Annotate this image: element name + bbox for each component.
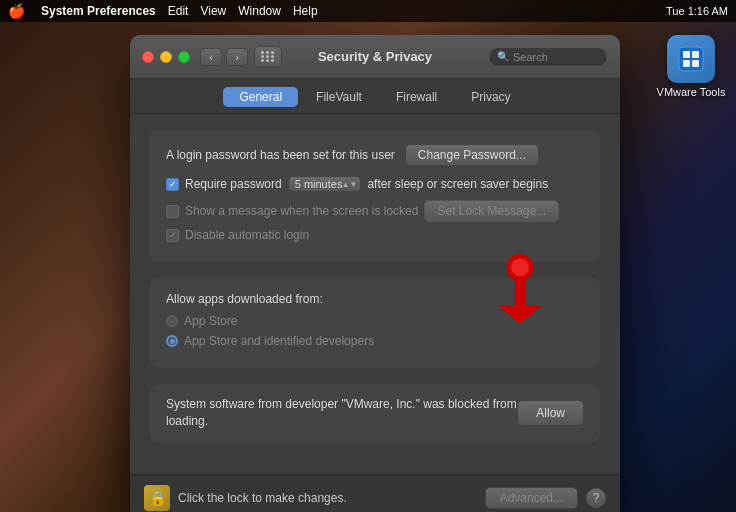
dropdown-arrow-icon: ▲▼ (342, 180, 358, 189)
password-notice-row: A login password has been set for this u… (166, 144, 584, 166)
allow-apps-title: Allow apps downloaded from: (166, 292, 584, 306)
app-store-identified-label: App Store and identified developers (184, 334, 374, 348)
desktop: 🍎 System Preferences Edit View Window He… (0, 0, 736, 512)
apple-menu[interactable]: 🍎 (8, 3, 25, 19)
window-title: Security & Privacy (318, 49, 432, 64)
bottom-right: Advanced... ? (485, 487, 606, 509)
set-lock-message-button[interactable]: Set Lock Message... (424, 200, 559, 222)
tab-privacy[interactable]: Privacy (455, 87, 526, 107)
show-all-button[interactable] (254, 46, 282, 68)
menubar-time: Tue 1:16 AM (666, 5, 728, 17)
forward-button[interactable]: › (226, 48, 248, 66)
show-message-label: Show a message when the screen is locked (185, 204, 418, 218)
disable-autologin-row: ✓ Disable automatic login (166, 228, 584, 242)
disable-autologin-checkbox[interactable]: ✓ (166, 229, 179, 242)
tab-firewall[interactable]: Firewall (380, 87, 453, 107)
vmware-tools-desktop-icon[interactable]: VMware Tools (656, 35, 726, 98)
menubar-right: Tue 1:16 AM (666, 5, 728, 17)
content-area: A login password has been set for this u… (130, 114, 620, 474)
require-password-checkbox[interactable]: ✓ (166, 178, 179, 191)
tab-general[interactable]: General (223, 87, 298, 107)
search-placeholder: Search (513, 51, 548, 63)
help-button[interactable]: ? (586, 488, 606, 508)
show-message-checkbox[interactable] (166, 205, 179, 218)
menu-edit[interactable]: Edit (168, 4, 189, 18)
app-store-radio[interactable] (166, 315, 178, 327)
dropdown-value: 5 minutes (295, 178, 343, 190)
svg-rect-2 (692, 51, 699, 58)
password-notice-text: A login password has been set for this u… (166, 148, 395, 162)
menu-view[interactable]: View (200, 4, 226, 18)
app-store-identified-radio-row: App Store and identified developers (166, 334, 584, 348)
menubar: 🍎 System Preferences Edit View Window He… (0, 0, 736, 22)
maximize-button[interactable] (178, 51, 190, 63)
require-password-dropdown[interactable]: 5 minutes ▲▼ (288, 176, 362, 192)
search-box[interactable]: 🔍 Search (488, 47, 608, 67)
minimize-button[interactable] (160, 51, 172, 63)
allow-button[interactable]: Allow (517, 400, 584, 426)
app-name: System Preferences (41, 4, 156, 18)
require-password-label: Require password (185, 177, 282, 191)
lock-text: Click the lock to make changes. (178, 491, 347, 505)
svg-rect-3 (683, 60, 690, 67)
menubar-left: 🍎 System Preferences Edit View Window He… (8, 3, 318, 19)
svg-rect-4 (692, 60, 699, 67)
disable-autologin-label: Disable automatic login (185, 228, 309, 242)
svg-rect-1 (683, 51, 690, 58)
nav-buttons: ‹ › (200, 48, 248, 66)
advanced-button[interactable]: Advanced... (485, 487, 578, 509)
app-store-identified-radio[interactable] (166, 335, 178, 347)
vmware-tools-label: VMware Tools (657, 86, 726, 98)
security-privacy-window: ‹ › Security & Privacy 🔍 Search General … (130, 35, 620, 512)
app-store-radio-row: App Store (166, 314, 584, 328)
blocked-text: System software from developer "VMware, … (166, 396, 517, 430)
menu-help[interactable]: Help (293, 4, 318, 18)
traffic-lights (142, 51, 190, 63)
require-password-row: ✓ Require password 5 minutes ▲▼ after sl… (166, 176, 584, 192)
allow-apps-section: Allow apps downloaded from: App Store Ap… (150, 278, 600, 368)
vmware-tools-icon (667, 35, 715, 83)
tabs-bar: General FileVault Firewall Privacy (130, 79, 620, 114)
app-store-label: App Store (184, 314, 237, 328)
lock-icon[interactable]: 🔒 (144, 485, 170, 511)
close-button[interactable] (142, 51, 154, 63)
show-message-row: Show a message when the screen is locked… (166, 200, 584, 222)
svg-rect-0 (679, 47, 703, 71)
tab-filevault[interactable]: FileVault (300, 87, 378, 107)
menu-window[interactable]: Window (238, 4, 281, 18)
password-section: A login password has been set for this u… (150, 130, 600, 262)
require-password-suffix: after sleep or screen saver begins (367, 177, 548, 191)
search-icon: 🔍 (497, 51, 509, 62)
back-button[interactable]: ‹ (200, 48, 222, 66)
blocked-software-section: System software from developer "VMware, … (150, 384, 600, 442)
titlebar: ‹ › Security & Privacy 🔍 Search (130, 35, 620, 79)
bottombar: 🔒 Click the lock to make changes. Advanc… (130, 474, 620, 512)
change-password-button[interactable]: Change Password... (405, 144, 539, 166)
